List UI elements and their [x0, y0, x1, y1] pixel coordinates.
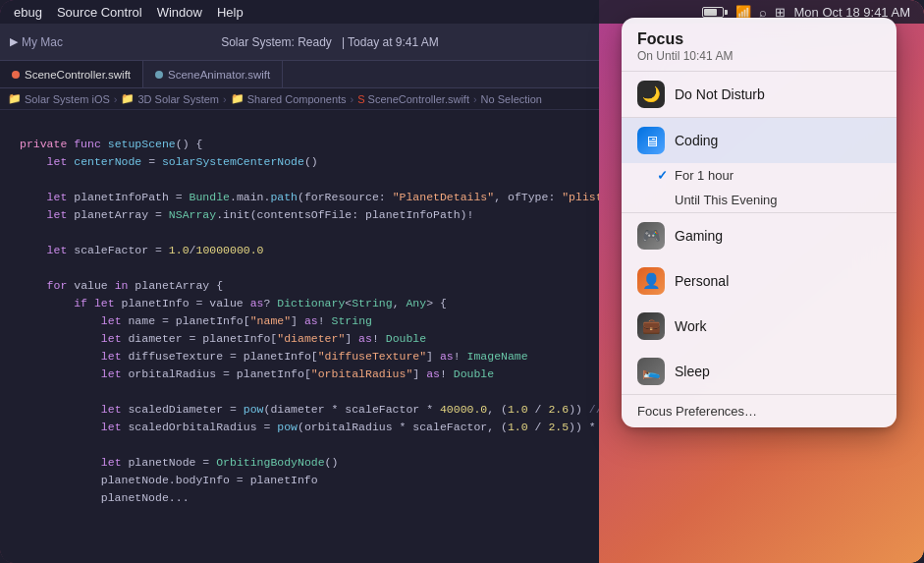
- toolbar: ▶ My Mac Solar System: Ready | Today at …: [0, 24, 599, 61]
- work-label: Work: [675, 318, 706, 334]
- toolbar-device: ▶ My Mac: [10, 35, 63, 49]
- device-label: My Mac: [22, 35, 63, 49]
- gaming-icon: 🎮: [637, 222, 665, 250]
- menu-items: ebug Source Control Window Help: [14, 5, 244, 20]
- status-time: | Today at 9:41 AM: [342, 35, 439, 49]
- crumb-label-0: Solar System iOS: [25, 93, 110, 105]
- focus-subtitle: On Until 10:41 AM: [637, 49, 881, 63]
- crumb-label-4: No Selection: [481, 93, 542, 105]
- crumb-label-2: Shared Components: [247, 93, 347, 105]
- focus-header: Focus On Until 10:41 AM: [622, 18, 897, 72]
- focus-title: Focus: [637, 29, 881, 48]
- screen-frame: ebug Source Control Window Help 📶 ⌕ ⊞ Mo…: [0, 0, 924, 563]
- code-area[interactable]: private func setupScene() { let centerNo…: [0, 110, 599, 563]
- focus-preferences-button[interactable]: Focus Preferences…: [622, 394, 897, 427]
- tab-label-0: SceneController.swift: [25, 69, 131, 81]
- breadcrumb-sep-3: ›: [473, 93, 477, 105]
- crumb-2[interactable]: 📁 Shared Components: [231, 92, 347, 105]
- subitem-until-evening[interactable]: Until This Evening: [622, 188, 897, 212]
- focus-preferences-label: Focus Preferences…: [637, 404, 757, 419]
- breadcrumb-sep-2: ›: [351, 93, 354, 105]
- focus-item-work[interactable]: 💼 Work: [622, 304, 897, 349]
- tab-dot-swift: [12, 71, 20, 79]
- dnd-label: Do Not Disturb: [675, 86, 765, 102]
- tab-scene-controller[interactable]: SceneController.swift: [0, 61, 143, 87]
- crumb-label-1: 3D Solar System: [137, 93, 219, 105]
- tabs-bar: SceneController.swift SceneAnimator.swif…: [0, 61, 599, 88]
- breadcrumb-sep-0: ›: [114, 93, 118, 105]
- subitem-for-hour[interactable]: For 1 hour: [622, 163, 897, 188]
- menu-window[interactable]: Window: [157, 5, 202, 20]
- status-text: Solar System: Ready: [221, 35, 332, 49]
- work-icon: 💼: [637, 312, 665, 340]
- battery-body: [702, 7, 724, 18]
- menu-source-control[interactable]: Source Control: [57, 5, 142, 20]
- tab-dot-animator: [155, 71, 163, 79]
- coding-subitems: For 1 hour Until This Evening: [622, 163, 897, 212]
- personal-label: Personal: [675, 273, 729, 289]
- personal-icon: 👤: [637, 267, 665, 295]
- menu-debug[interactable]: ebug: [14, 5, 42, 20]
- breadcrumb: 📁 Solar System iOS › 📁 3D Solar System ›…: [0, 88, 599, 110]
- focus-item-sleep[interactable]: 🛌 Sleep: [622, 349, 897, 394]
- coding-label: Coding: [675, 133, 718, 148]
- battery-tip: [725, 10, 728, 15]
- crumb-1[interactable]: 📁 3D Solar System: [121, 92, 219, 105]
- code-content: private func setupScene() { let centerNo…: [0, 110, 599, 533]
- breadcrumb-sep-1: ›: [223, 93, 227, 105]
- battery-fill: [704, 9, 717, 16]
- battery-icon: [702, 7, 728, 18]
- subitem-until-evening-label: Until This Evening: [675, 193, 778, 207]
- focus-item-coding[interactable]: 🖥 Coding: [622, 118, 897, 163]
- focus-item-dnd[interactable]: 🌙 Do Not Disturb: [622, 72, 897, 117]
- tab-label-1: SceneAnimator.swift: [168, 69, 270, 81]
- toolbar-status: Solar System: Ready | Today at 9:41 AM: [71, 35, 589, 49]
- coding-icon: 🖥: [637, 127, 665, 154]
- crumb-label-3: SceneController.swift: [368, 93, 469, 105]
- focus-item-gaming[interactable]: 🎮 Gaming: [622, 213, 897, 258]
- tab-scene-animator[interactable]: SceneAnimator.swift: [143, 61, 283, 87]
- menu-help[interactable]: Help: [217, 5, 244, 20]
- sleep-label: Sleep: [675, 364, 710, 379]
- gaming-label: Gaming: [675, 228, 723, 244]
- crumb-0[interactable]: 📁 Solar System iOS: [8, 92, 110, 105]
- focus-panel: Focus On Until 10:41 AM 🌙 Do Not Disturb…: [622, 18, 897, 427]
- subitem-for-hour-label: For 1 hour: [675, 168, 734, 183]
- dnd-icon: 🌙: [637, 81, 665, 108]
- crumb-4: No Selection: [481, 93, 542, 105]
- sleep-icon: 🛌: [637, 358, 665, 385]
- focus-item-personal[interactable]: 👤 Personal: [622, 258, 897, 304]
- crumb-3[interactable]: S SceneController.swift: [357, 93, 469, 105]
